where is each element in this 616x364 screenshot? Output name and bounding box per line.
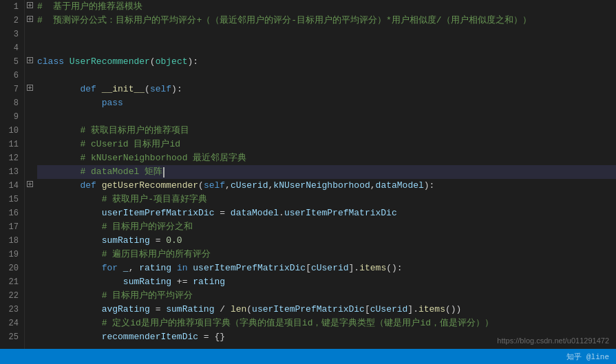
fold-indicator: [26, 138, 33, 151]
token-cmt: # 目标用户的平均评分: [102, 289, 193, 303]
token-plain: ,: [129, 261, 140, 275]
code-lines: # 基于用户的推荐器模块# 预测评分公式：目标用户的平均评分+（（最近邻用户的评…: [34, 0, 616, 349]
line-number: 12: [6, 151, 19, 165]
fold-indicator[interactable]: [26, 55, 33, 69]
line-number: 4: [6, 41, 19, 55]
code-line: [37, 69, 616, 83]
code-editor: 1234567891011121314151617181920212223242…: [0, 0, 616, 364]
token-var: dataModel: [231, 206, 279, 220]
token-plain: [37, 151, 80, 165]
cursor: [163, 167, 164, 178]
line-number: 10: [6, 124, 19, 138]
fold-indicator: [26, 110, 33, 124]
fold-indicator[interactable]: [26, 14, 33, 28]
token-plain: ,: [225, 179, 231, 193]
token-plain: [37, 289, 102, 303]
token-plain: [37, 220, 102, 234]
token-plain: [37, 261, 102, 275]
token-plain: =: [214, 206, 230, 220]
code-line: pass: [37, 96, 616, 110]
fold-indicator: [26, 234, 33, 248]
token-var: userItemPrefMatrixDic: [193, 261, 306, 275]
token-cmt: # 目标用户的评分之和: [102, 220, 193, 234]
line-number: 14: [6, 179, 19, 193]
line-number: 20: [6, 261, 19, 275]
code-line: # cUserid 目标用户id: [37, 138, 616, 151]
fold-indicators[interactable]: [25, 0, 34, 349]
code-line: [37, 110, 616, 124]
code-line: # 获取用户-项目喜好字典: [37, 193, 616, 206]
line-numbers: 1234567891011121314151617181920212223242…: [0, 0, 25, 349]
fold-indicator: [26, 261, 33, 275]
code-line: # 遍历目标用户的所有评分: [37, 248, 616, 261]
token-cmt: # dataModel 矩阵: [80, 165, 162, 179]
watermark: https://blog.csdn.net/u011291472: [497, 336, 609, 345]
token-fn: getUserRecommender: [102, 179, 198, 193]
line-number: 23: [6, 303, 19, 317]
fold-indicator: [26, 289, 33, 303]
token-var: userItemPrefMatrixDic: [252, 303, 365, 317]
token-plain: (: [198, 179, 204, 193]
token-plain: [188, 261, 193, 275]
token-plain: [37, 124, 80, 138]
token-var: avgRating: [102, 303, 150, 317]
line-number: 22: [6, 289, 19, 303]
code-line: # 获取目标用户的推荐项目: [37, 124, 616, 138]
fold-indicator: [26, 124, 33, 138]
bottom-bar: 知乎 @line: [0, 349, 616, 364]
fold-indicator: [26, 206, 33, 220]
token-plain: [64, 55, 70, 69]
token-plain: /: [214, 303, 230, 317]
fold-indicator: [26, 220, 33, 234]
code-line: sumRating += rating: [37, 275, 616, 289]
fold-indicator[interactable]: [26, 0, 33, 14]
code-line: # 预测评分公式：目标用户的平均评分+（（最近邻用户的评分-目标用户的平均评分）…: [37, 14, 616, 28]
token-kw: def: [80, 83, 96, 96]
token-var: cUserid: [370, 303, 408, 317]
line-number: 3: [6, 28, 19, 41]
fold-indicator[interactable]: [26, 83, 33, 96]
token-kw: pass: [102, 96, 123, 110]
token-plain: ].: [407, 303, 418, 317]
code-area: 1234567891011121314151617181920212223242…: [0, 0, 616, 349]
fold-indicator[interactable]: [26, 179, 33, 193]
token-plain: ].: [349, 261, 360, 275]
line-number: 17: [6, 220, 19, 234]
token-var: cUserid: [311, 261, 349, 275]
fold-indicator: [26, 193, 33, 206]
token-var: recommenderItemDic: [102, 330, 198, 344]
token-plain: ,: [268, 179, 274, 193]
code-line: def __init__(self):: [37, 83, 616, 96]
token-plain: [37, 96, 102, 110]
token-plain: [37, 248, 102, 261]
token-fn: __init__: [102, 83, 145, 96]
token-fn: items: [359, 261, 386, 275]
token-kw: for: [102, 261, 118, 275]
token-plain: ):: [424, 179, 435, 193]
token-plain: ):: [187, 55, 198, 69]
fold-indicator: [26, 317, 33, 330]
code-line: def getUserRecommender(self,cUserid,kNUs…: [37, 179, 616, 193]
token-plain: =: [150, 303, 166, 317]
token-num: 0.0: [166, 234, 182, 248]
code-line: class UserRecommender(object):: [37, 55, 616, 69]
token-plain: .: [279, 206, 284, 220]
token-plain: (: [150, 55, 156, 69]
token-plain: [118, 261, 123, 275]
line-number: 25: [6, 330, 19, 344]
token-plain: [96, 179, 102, 193]
token-self-kw: self: [150, 83, 171, 96]
code-line: userItemPrefMatrixDic = dataModel.userIt…: [37, 206, 616, 220]
token-kw: class: [37, 55, 64, 69]
token-plain: =: [150, 234, 166, 248]
fold-indicator: [26, 275, 33, 289]
code-line: # 目标用户的评分之和: [37, 220, 616, 234]
token-plain: ():: [386, 261, 402, 275]
token-plain: [37, 193, 102, 206]
token-plain: [37, 83, 80, 96]
code-line: sumRating = 0.0: [37, 234, 616, 248]
watermark-bottom: 知乎 @line: [566, 352, 609, 362]
code-line: # 目标用户的平均评分: [37, 289, 616, 303]
token-plain: ,: [370, 179, 376, 193]
token-var: cUserid: [231, 179, 268, 193]
